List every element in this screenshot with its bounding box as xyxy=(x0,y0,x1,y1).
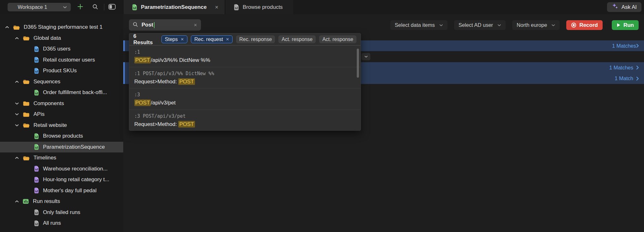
sidebar-item[interactable]: Mother's day full pedal xyxy=(0,185,123,196)
clear-search-icon[interactable]: ✕ xyxy=(194,23,197,27)
record-icon xyxy=(571,22,576,28)
search-input[interactable]: Post ✕ xyxy=(129,19,201,31)
global-search-button[interactable] xyxy=(91,3,99,11)
ask-ai-button[interactable]: Ask AI xyxy=(607,2,641,12)
chevron-up-icon[interactable] xyxy=(4,26,9,28)
dropdown-label: Select AD user xyxy=(459,22,493,28)
region-dropdown[interactable]: North europe xyxy=(512,20,560,30)
sidebar-item[interactable]: Retail customer users xyxy=(0,55,123,66)
chip-label: Rec. request xyxy=(194,37,223,42)
run-button[interactable]: Run xyxy=(612,20,639,30)
run-toolbar: Select data items Select AD user North e… xyxy=(390,20,639,30)
chevron-up-icon[interactable] xyxy=(14,80,19,83)
add-button[interactable] xyxy=(76,3,84,11)
sidebar-item[interactable]: Browse products xyxy=(0,131,123,142)
collapse-row-button[interactable] xyxy=(361,53,370,60)
highlighted-match: POST xyxy=(134,57,151,63)
doc-chart-icon xyxy=(34,133,39,139)
sidebar-item[interactable]: Sequences xyxy=(0,76,123,87)
match-count-link[interactable]: 1 Matches xyxy=(612,43,636,49)
sidebar-item-label: Hour-long retail category t... xyxy=(43,176,109,183)
doc-chart-icon xyxy=(34,68,39,74)
chevron-down-icon xyxy=(63,6,67,9)
result-line: POST/api/v3/%% DictNew %% xyxy=(134,57,355,63)
dropdown-label: Select data items xyxy=(395,22,435,28)
result-line: POST/api/v3/pet xyxy=(134,100,355,106)
search-result-item[interactable]: :1 POST/api/v3/%% DictNew %% xyxy=(129,45,361,67)
sidebar-item[interactable]: Product SKUs xyxy=(0,65,123,76)
sidebar-item[interactable]: Order fulfillment back-offi... xyxy=(0,87,123,98)
sidebar-item[interactable]: Global data xyxy=(0,33,123,44)
folder-open-icon xyxy=(13,25,20,30)
filter-chip-rec-response[interactable]: Rec. response xyxy=(236,35,275,43)
close-icon[interactable]: ✕ xyxy=(215,5,219,10)
select-ad-user-dropdown[interactable]: Select AD user xyxy=(454,20,506,30)
folder-closed-icon xyxy=(23,112,29,117)
ask-ai-label: Ask AI xyxy=(622,4,637,10)
filter-chip-rec-request[interactable]: Rec. request ✕ xyxy=(191,35,233,43)
sidebar-item[interactable]: Retail website xyxy=(0,120,123,131)
filter-chip-act-response-2[interactable]: Act. response xyxy=(319,35,356,43)
result-text: /api/v3/pet xyxy=(151,100,175,106)
result-meta: :3 xyxy=(134,92,355,98)
scrollbar-thumb[interactable] xyxy=(357,49,359,78)
sidebar-item[interactable]: Components xyxy=(0,98,123,109)
plus-icon xyxy=(77,3,83,11)
tab-parametrization-sequence[interactable]: ParametrizationSequence ✕ xyxy=(123,0,225,14)
sidebar-item-label: ParametrizationSequence xyxy=(43,144,105,150)
select-data-items-dropdown[interactable]: Select data items xyxy=(390,20,447,30)
sidebar-item[interactable]: APis xyxy=(0,109,123,120)
tab-browse-products[interactable]: Browse products xyxy=(225,0,294,14)
sidebar-item[interactable]: Run results xyxy=(0,196,123,207)
match-count-link[interactable]: 1 Matches xyxy=(609,65,633,71)
sidebar-item[interactable]: ParametrizationSequence xyxy=(0,142,123,153)
sidebar-item[interactable]: Only failed runs xyxy=(0,207,123,218)
doc-chart-icon xyxy=(34,209,39,215)
run-label: Run xyxy=(623,22,634,28)
result-line: Request>Method: POST xyxy=(134,79,355,85)
doc-chart-icon xyxy=(34,57,39,63)
doc-chart-icon xyxy=(34,187,39,193)
chevron-up-icon[interactable] xyxy=(14,37,19,39)
chip-label: Act. response xyxy=(282,37,313,42)
sidebar-item-label: Mother's day full pedal xyxy=(43,187,97,194)
search-results-dropdown: 6 Results Steps ✕ Rec. request ✕ Rec. re… xyxy=(129,33,361,131)
chevron-up-icon[interactable] xyxy=(14,200,19,203)
doc-chart-icon xyxy=(34,144,39,150)
chevron-down-icon[interactable] xyxy=(14,102,19,105)
filter-chip-act-response[interactable]: Act. response xyxy=(278,35,316,43)
chevron-down-icon xyxy=(364,56,368,58)
search-result-item[interactable]: :1 POST/api/v3/%% DictNew %% Request>Met… xyxy=(129,67,361,88)
record-button[interactable]: Record xyxy=(566,20,603,30)
sidebar-item-label: Retail customer users xyxy=(43,57,95,63)
sidebar-item[interactable]: D365 users xyxy=(0,44,123,55)
sidebar-item-label: Retail website xyxy=(33,122,67,128)
folder-open-icon xyxy=(23,79,29,84)
doc-chart-icon xyxy=(34,220,39,226)
folder-open-icon xyxy=(23,122,29,128)
sidebar-item[interactable]: Hour-long retail category t... xyxy=(0,174,123,185)
doc-chart-icon xyxy=(234,4,239,10)
doc-chart-icon xyxy=(34,166,39,172)
search-result-item[interactable]: :3 POST/api/v3/pet xyxy=(129,88,361,110)
search-result-item[interactable]: :3 POST/api/v3/pet Request>Method: POST xyxy=(129,110,361,131)
panel-toggle-icon xyxy=(108,4,116,11)
match-count-link[interactable]: 1 Match xyxy=(615,75,633,81)
filter-chip-steps[interactable]: Steps ✕ xyxy=(161,35,187,43)
sidebar-toggle-button[interactable] xyxy=(108,3,116,11)
close-icon[interactable]: ✕ xyxy=(180,37,184,42)
chevron-down-icon[interactable] xyxy=(14,124,19,127)
text-caret xyxy=(154,22,155,28)
workspace-select[interactable]: Workspace 1 xyxy=(8,3,71,11)
sidebar-item[interactable]: All runs xyxy=(0,218,123,229)
chevron-down-icon[interactable] xyxy=(14,113,19,116)
result-text: Request>Method: xyxy=(134,79,178,85)
sidebar-item[interactable]: Timelines xyxy=(0,152,123,164)
close-icon[interactable]: ✕ xyxy=(226,37,229,42)
tab-label: ParametrizationSequence xyxy=(141,4,207,10)
chevron-right-icon xyxy=(636,65,639,70)
sidebar-item[interactable]: Warehouse reconciliation... xyxy=(0,164,123,175)
sidebar-item-label: Browse products xyxy=(43,133,83,139)
chevron-up-icon[interactable] xyxy=(14,157,19,159)
sidebar-item[interactable]: D365 Staging performance test 1 xyxy=(0,22,123,33)
